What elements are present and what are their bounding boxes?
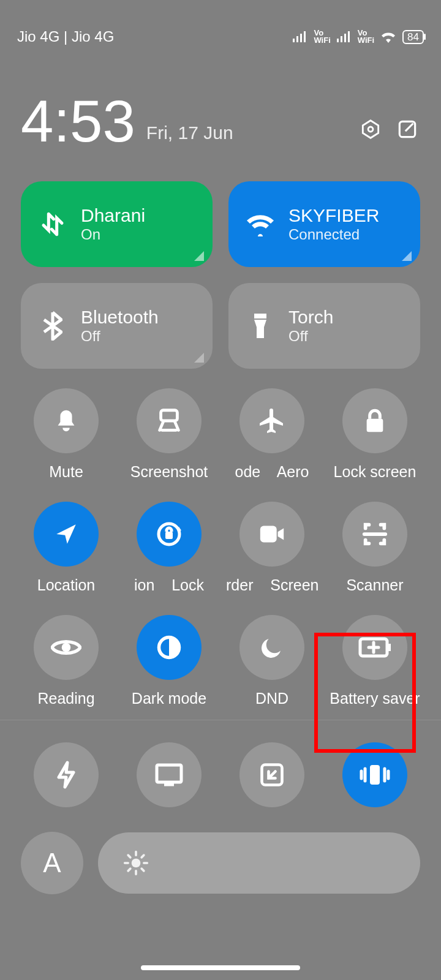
auto-label: A xyxy=(43,848,61,878)
wifi-icon xyxy=(379,29,398,44)
svg-marker-0 xyxy=(363,121,378,138)
toggle-lock-screen[interactable]: Lock screen xyxy=(323,388,426,481)
airplane-icon xyxy=(257,406,287,435)
tile-title: Bluetooth xyxy=(81,307,159,328)
brightness-row: A xyxy=(0,807,441,894)
expand-icon xyxy=(194,251,204,261)
svg-rect-8 xyxy=(260,526,277,543)
toggle-label: DND xyxy=(255,690,288,707)
tile-sub: Off xyxy=(81,328,159,345)
toggle-label: Mute xyxy=(49,463,83,481)
vibrate-icon xyxy=(358,762,392,788)
signal-icon-2 xyxy=(336,30,353,43)
tile-sub: Connected xyxy=(288,226,379,243)
darkmode-icon xyxy=(156,634,183,661)
screenshot-icon xyxy=(155,407,183,435)
bolt-icon xyxy=(55,760,77,790)
toggle-dark-mode[interactable]: Dark mode xyxy=(118,615,221,707)
battery-indicator: 84 xyxy=(402,30,424,44)
tile-sub: Off xyxy=(288,328,333,345)
svg-rect-5 xyxy=(367,419,383,432)
tile-title: Torch xyxy=(288,307,333,328)
toggle-label: rder Screen xyxy=(226,576,318,594)
toggle-label: Scanner xyxy=(346,576,403,594)
vowifi-label-2: Vo WiFi xyxy=(358,29,374,43)
tile-mobile-data[interactable]: Dharani On xyxy=(21,181,213,267)
scanner-icon xyxy=(361,520,389,548)
expand-icon xyxy=(402,251,412,261)
clock: 4:53 xyxy=(21,92,135,151)
home-indicator[interactable] xyxy=(141,965,300,970)
tile-torch[interactable]: Torch Off xyxy=(228,283,420,369)
bluetooth-icon xyxy=(43,311,62,341)
rotation-lock-icon xyxy=(154,519,184,549)
toggle-screenshot[interactable]: Screenshot xyxy=(118,388,221,481)
svg-rect-3 xyxy=(254,314,266,318)
brightness-icon xyxy=(123,850,149,876)
toggle-reading-mode[interactable]: Reading xyxy=(15,615,118,707)
panel-header: 4:53 Fri, 17 Jun xyxy=(0,74,441,151)
svg-point-16 xyxy=(132,859,141,868)
brightness-slider[interactable] xyxy=(98,832,420,894)
expand-icon xyxy=(194,353,204,363)
location-icon xyxy=(53,521,79,547)
vowifi-label-1: Vo WiFi xyxy=(314,29,330,43)
tile-sub: On xyxy=(81,226,145,243)
toggle-label: ion Lock xyxy=(134,576,204,594)
status-bar: Jio 4G | Jio 4G Vo WiFi Vo WiFi 84 xyxy=(0,0,441,74)
lock-icon xyxy=(363,407,387,434)
toggle-scanner[interactable]: Scanner xyxy=(323,502,426,594)
big-tiles: Dharani On SKYFIBER Connected Bluetooth … xyxy=(0,151,441,369)
highlight-annotation xyxy=(314,633,416,753)
toggle-label: Location xyxy=(37,576,96,594)
eye-icon xyxy=(51,636,81,658)
toggle-dnd[interactable]: DND xyxy=(221,615,323,707)
toggle-label: ode Aero xyxy=(235,463,309,481)
torch-icon xyxy=(251,311,270,341)
toggle-cast[interactable] xyxy=(118,742,221,807)
svg-rect-15 xyxy=(370,765,380,785)
toggle-label: Screenshot xyxy=(130,463,208,481)
tile-title: SKYFIBER xyxy=(288,205,379,226)
mobile-data-icon xyxy=(40,209,65,239)
toggle-rotation-lock[interactable]: ion Lock xyxy=(118,502,221,594)
svg-rect-13 xyxy=(157,765,181,782)
settings-button[interactable] xyxy=(358,116,383,142)
edit-button[interactable] xyxy=(394,116,420,142)
svg-point-1 xyxy=(368,127,373,132)
toggle-label: Lock screen xyxy=(334,463,417,481)
wifi-icon xyxy=(246,212,275,236)
date-label: Fri, 17 Jun xyxy=(146,123,347,143)
toggle-screen-recorder[interactable]: rder Screen xyxy=(221,502,323,594)
float-icon xyxy=(258,761,285,788)
toggle-bolt[interactable] xyxy=(15,742,118,807)
toggle-floating-window[interactable] xyxy=(221,742,323,807)
carrier-label: Jio 4G | Jio 4G xyxy=(17,28,114,45)
screenrec-icon xyxy=(258,522,286,546)
bell-icon xyxy=(52,407,80,435)
toggle-mute[interactable]: Mute xyxy=(15,388,118,481)
svg-point-9 xyxy=(62,643,71,652)
auto-brightness-button[interactable]: A xyxy=(21,832,83,894)
svg-rect-7 xyxy=(165,532,173,539)
tile-title: Dharani xyxy=(81,205,145,226)
svg-rect-4 xyxy=(161,410,178,421)
cast-icon xyxy=(154,763,184,787)
toggle-label: Dark mode xyxy=(132,690,206,707)
signal-icon xyxy=(292,30,309,43)
toggle-airplane[interactable]: ode Aero xyxy=(221,388,323,481)
tile-wifi[interactable]: SKYFIBER Connected xyxy=(228,181,420,267)
tile-bluetooth[interactable]: Bluetooth Off xyxy=(21,283,213,369)
toggle-location[interactable]: Location xyxy=(15,502,118,594)
moon-icon xyxy=(259,635,285,660)
toggle-label: Reading xyxy=(37,690,94,707)
